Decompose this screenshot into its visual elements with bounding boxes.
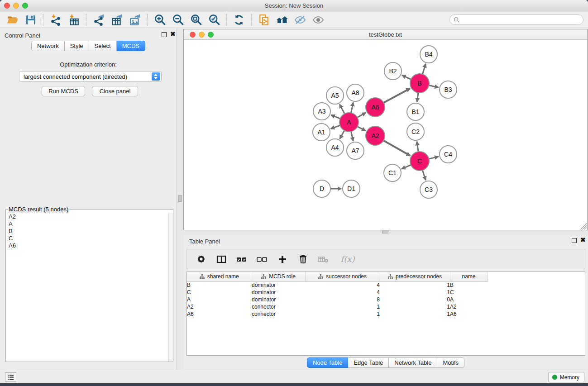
node-table[interactable]: shared name MCDS role successor nodes pr… [186,272,585,356]
graph-edge-A-A2[interactable] [358,127,366,131]
import-table-button[interactable] [65,13,83,27]
graph-node-B[interactable]: B [410,73,430,93]
graph-node-A[interactable]: A [339,112,359,132]
graph-edge-B-B3[interactable] [429,86,438,88]
graph-edge-C-C4[interactable] [429,157,438,159]
graph-node-A4[interactable]: A4 [326,138,344,157]
graph-node-B2[interactable]: B2 [384,62,402,80]
graph-edge-A-A8[interactable] [351,103,353,113]
graph-node-A3[interactable]: A3 [313,102,331,120]
delete-button[interactable] [296,253,310,266]
close-panel-button[interactable]: Close panel [92,86,138,96]
network-window-titlebar[interactable]: testGlobe.txt [184,29,587,40]
refresh-view-button[interactable] [230,13,248,27]
tab-network-table[interactable]: Network Table [389,357,437,368]
graph-node-A1[interactable]: A1 [312,123,330,141]
tab-edge-table[interactable]: Edge Table [348,357,389,368]
select-all-columns-button[interactable] [235,253,249,266]
show-panels-button[interactable] [5,372,16,382]
graph-edge-A-A1[interactable] [331,125,340,129]
table-row[interactable]: A6connector11A6 [187,310,585,318]
function-builder-button[interactable]: f(x) [337,253,359,266]
tab-select[interactable]: Select [89,41,117,51]
deselect-all-columns-button[interactable] [255,253,269,266]
tab-motifs[interactable]: Motifs [437,357,464,368]
graph-edge-A-A6[interactable] [357,113,366,118]
zoom-in-button[interactable] [151,13,169,27]
tab-node-table[interactable]: Node Table [307,357,349,368]
graph-node-A8[interactable]: A8 [346,84,364,102]
graph-edge-A-A3[interactable] [331,115,340,119]
zoom-selected-button[interactable] [205,13,223,27]
graph-edge-C-C3[interactable] [422,170,425,180]
graph-edge-A-A5[interactable] [339,104,344,114]
graph-edge-C-C2[interactable] [417,142,418,152]
graph-edge-A2-C[interactable] [383,140,410,156]
column-header-shared-name[interactable]: shared name [187,272,252,281]
graph-node-A6[interactable]: A6 [365,97,385,117]
graph-node-A7[interactable]: A7 [346,142,364,160]
hide-selected-button[interactable] [291,13,309,27]
graph-edge-A-A7[interactable] [351,131,354,141]
result-item[interactable]: A [9,220,166,228]
graph-edge-A6-B[interactable] [383,88,410,103]
graph-node-B3[interactable]: B3 [439,81,457,99]
splitter-handle-horizontal[interactable] [382,230,388,234]
graph-edge-A-A4[interactable] [340,130,344,138]
delete-table-button[interactable] [316,253,330,266]
column-header-predecessor-nodes[interactable]: predecessor nodes [380,272,450,281]
export-image-button[interactable] [126,13,144,27]
zoom-fit-button[interactable] [187,13,205,27]
column-header-successor-nodes[interactable]: successor nodes [305,272,380,281]
graph-node-B4[interactable]: B4 [420,45,438,63]
close-table-panel-icon[interactable]: ✖ [580,237,586,243]
close-panel-icon[interactable]: ✖ [170,31,176,37]
graph-node-D[interactable]: D [313,180,331,198]
window-resize-grip[interactable] [580,223,587,229]
show-selected-button[interactable] [309,13,327,27]
import-network-button[interactable] [47,13,65,27]
zoom-out-button[interactable] [169,13,187,27]
column-header-name[interactable]: name [450,272,488,281]
tab-style[interactable]: Style [65,41,89,51]
graph-edge-B-B4[interactable] [422,64,425,74]
graph-node-C1[interactable]: C1 [383,164,402,182]
table-row[interactable]: Adominator80A [187,296,585,303]
table-settings-button[interactable] [194,253,208,266]
float-panel-icon[interactable] [162,32,167,37]
table-row[interactable]: A2connector11A2 [187,303,585,310]
graph-canvas[interactable]: B4B2BB3A5A8A6A3B1AC2A1A2A4A7C4CC1C3DD1 [184,40,587,230]
mcds-result-list[interactable]: A2ABCA6 [6,213,168,362]
graph-node-A5[interactable]: A5 [326,86,344,105]
graph-node-C2[interactable]: C2 [406,123,425,141]
graph-edge-C-C1[interactable] [402,165,411,169]
table-row[interactable]: Cdominator41C [187,289,585,296]
result-item[interactable]: C [9,235,166,242]
save-session-button[interactable] [22,13,40,27]
optimization-criterion-select[interactable]: largest connected component (directed) [19,71,162,82]
result-item[interactable]: A6 [9,242,166,249]
graph-node-A2[interactable]: A2 [365,126,385,146]
graph-node-D1[interactable]: D1 [342,180,360,198]
float-table-panel-icon[interactable] [572,238,577,243]
graph-edge-B-B2[interactable] [402,75,411,79]
tab-mcds[interactable]: MCDS [117,41,145,51]
add-column-button[interactable] [276,253,289,266]
table-row[interactable]: Bdominator41B [187,281,585,289]
export-table-button[interactable] [108,13,126,27]
memory-button[interactable]: Memory [548,372,584,382]
run-mcds-button[interactable]: Run MCDS [42,86,85,96]
splitter-handle-vertical[interactable] [178,195,182,202]
result-scrollbar[interactable] [168,213,173,362]
export-network-button[interactable] [90,13,108,27]
split-columns-button[interactable] [215,253,228,266]
home-view-button[interactable] [273,13,291,27]
column-header-mcds-role[interactable]: MCDS role [252,272,305,281]
open-file-button[interactable] [4,13,22,27]
graph-node-C3[interactable]: C3 [420,181,438,199]
graph-node-C4[interactable]: C4 [439,145,457,163]
graph-edge-B-B1[interactable] [417,93,418,102]
search-input[interactable] [462,17,579,23]
result-item[interactable]: A2 [9,213,166,220]
graph-node-B1[interactable]: B1 [406,103,425,121]
